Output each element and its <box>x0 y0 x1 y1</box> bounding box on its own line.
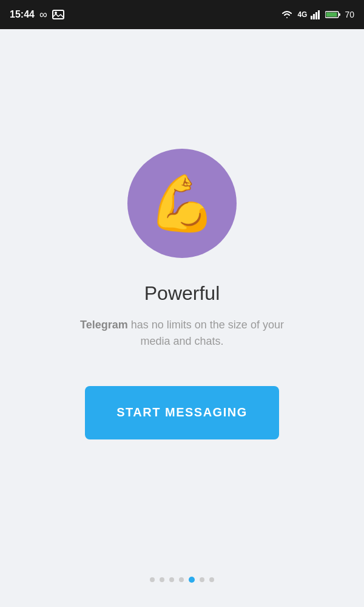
status-bar: 15:44 ∞ 4G 70 <box>0 0 364 29</box>
dot-4 <box>179 577 184 582</box>
infinity-icon: ∞ <box>39 8 47 21</box>
wifi-icon <box>280 10 294 19</box>
dot-3 <box>169 577 174 582</box>
svg-rect-5 <box>318 10 320 19</box>
battery-icon <box>325 10 341 19</box>
svg-rect-0 <box>53 10 64 19</box>
signal-icon <box>311 10 322 19</box>
status-time: 15:44 <box>10 9 35 20</box>
description-text: has no limits on the size of your media … <box>128 319 284 347</box>
dot-2 <box>160 577 164 582</box>
dot-7 <box>209 577 214 582</box>
main-content: 💪 Powerful Telegram has no limits on the… <box>0 29 364 607</box>
logo-circle: 💪 <box>127 149 237 258</box>
dot-1 <box>150 577 155 582</box>
svg-rect-4 <box>315 12 317 19</box>
svg-rect-3 <box>313 14 315 19</box>
start-messaging-button[interactable]: START MESSAGING <box>85 386 279 439</box>
page-title: Powerful <box>144 282 220 305</box>
app-name: Telegram <box>80 319 128 331</box>
dot-5-active[interactable] <box>189 577 195 583</box>
network-type: 4G <box>297 10 307 19</box>
muscle-icon: 💪 <box>148 176 216 231</box>
page-description: Telegram has no limits on the size of yo… <box>67 317 297 350</box>
svg-rect-2 <box>311 16 312 19</box>
status-left: 15:44 ∞ <box>10 8 64 21</box>
svg-rect-8 <box>326 13 337 17</box>
status-right: 4G 70 <box>280 10 354 19</box>
svg-rect-7 <box>339 13 340 16</box>
dot-6 <box>200 577 204 582</box>
battery-level: 70 <box>345 10 354 19</box>
pagination-dots <box>150 577 214 583</box>
image-icon <box>52 10 64 19</box>
